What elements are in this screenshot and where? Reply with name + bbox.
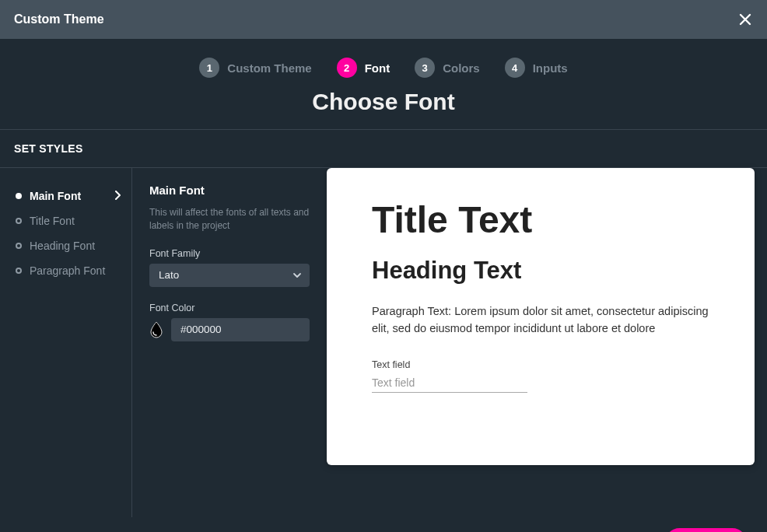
style-sidebar: Main Font Title Font Heading Font Paragr… — [0, 168, 132, 517]
section-title: SET STYLES — [0, 129, 767, 167]
preview-title: Title Text — [372, 201, 709, 240]
preview-textfield-input[interactable] — [372, 372, 527, 393]
font-color-row: #000000 — [149, 318, 310, 341]
step-number: 3 — [415, 58, 435, 78]
chevron-right-icon — [114, 190, 127, 202]
step-custom-theme[interactable]: 1 Custom Theme — [199, 58, 311, 78]
sidebar-item-label: Title Font — [30, 215, 75, 227]
sidebar-item-label: Main Font — [30, 190, 81, 202]
color-drop-icon[interactable] — [149, 321, 163, 338]
content-columns: Main Font Title Font Heading Font Paragr… — [0, 167, 767, 517]
step-colors[interactable]: 3 Colors — [415, 58, 480, 78]
controls-description: This will affect the fonts of all texts … — [149, 206, 310, 233]
font-color-label: Font Color — [149, 303, 310, 313]
step-number: 4 — [505, 58, 525, 78]
preview-heading: Heading Text — [372, 257, 709, 285]
step-label: Custom Theme — [227, 61, 311, 75]
preview-panel: Title Text Heading Text Paragraph Text: … — [327, 168, 767, 517]
bullet-icon — [16, 193, 22, 199]
stepper: 1 Custom Theme 2 Font 3 Colors 4 Inputs — [199, 58, 567, 78]
step-label: Font — [365, 61, 390, 75]
font-family-value: Lato — [159, 269, 179, 281]
step-label: Inputs — [533, 61, 568, 75]
preview-textfield-label: Text field — [372, 359, 709, 370]
bullet-icon — [16, 268, 22, 274]
font-color-input[interactable]: #000000 — [171, 318, 310, 341]
dialog-footer: Cancel Back Next — [0, 517, 767, 532]
step-number: 2 — [337, 58, 357, 78]
controls-panel: Main Font This will affect the fonts of … — [132, 168, 327, 517]
sidebar-item-label: Heading Font — [30, 240, 95, 252]
step-label: Colors — [443, 61, 480, 75]
stepper-zone: 1 Custom Theme 2 Font 3 Colors 4 Inputs … — [0, 39, 767, 129]
page-heading: Choose Font — [0, 89, 767, 115]
sidebar-item-title-font[interactable]: Title Font — [16, 208, 127, 233]
sidebar-item-label: Paragraph Font — [30, 264, 105, 277]
controls-title: Main Font — [149, 184, 310, 197]
step-font[interactable]: 2 Font — [337, 58, 390, 78]
preview-paragraph: Paragraph Text: Lorem ipsum dolor sit am… — [372, 303, 709, 338]
step-inputs[interactable]: 4 Inputs — [505, 58, 568, 78]
close-icon[interactable] — [737, 12, 753, 27]
dialog-title: Custom Theme — [14, 12, 104, 26]
dialog-titlebar: Custom Theme — [0, 0, 767, 39]
font-color-value: #000000 — [180, 324, 222, 335]
sidebar-item-main-font[interactable]: Main Font — [16, 184, 127, 208]
bullet-icon — [16, 218, 22, 224]
bullet-icon — [16, 243, 22, 249]
font-family-label: Font Family — [149, 248, 310, 259]
chevron-down-icon — [292, 269, 302, 281]
next-button[interactable]: Next — [665, 528, 747, 532]
font-family-select[interactable]: Lato — [149, 264, 310, 287]
preview-card: Title Text Heading Text Paragraph Text: … — [327, 168, 755, 465]
step-number: 1 — [199, 58, 219, 78]
sidebar-item-heading-font[interactable]: Heading Font — [16, 233, 127, 258]
sidebar-item-paragraph-font[interactable]: Paragraph Font — [16, 258, 127, 283]
